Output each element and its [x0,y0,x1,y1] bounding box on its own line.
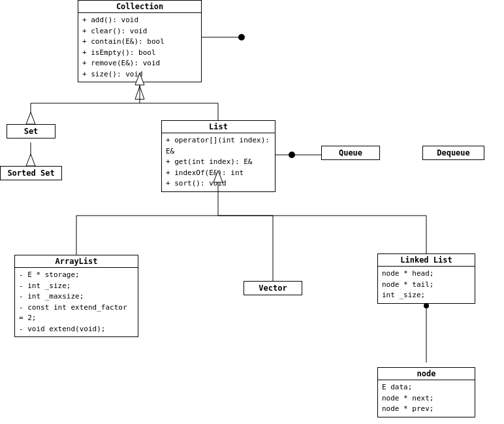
vector-title: Vector [259,284,287,293]
linked-list-box: Linked List node * head; node * tail; in… [377,253,475,304]
arraylist-title: ArrayList [15,255,138,268]
sorted-set-title: Sorted Set [7,169,54,178]
svg-marker-12 [26,154,35,166]
sorted-set-box: Sorted Set [0,166,62,180]
set-title: Set [24,127,39,136]
list-body: + operator[](int index): E& + get(int in… [162,133,275,191]
svg-marker-3 [135,86,144,99]
dequeue-title: Dequeue [437,148,470,157]
list-box: List + operator[](int index): E& + get(i… [161,120,276,192]
queue-box: Queue [321,146,380,160]
collection-title: Collection [78,1,201,13]
arraylist-box: ArrayList - E * storage; - int _size; - … [14,255,138,337]
arrows-svg [0,0,504,424]
node-body: E data; node * next; node * prev; [378,380,475,417]
svg-point-24 [289,152,295,158]
node-title: node [378,368,475,380]
set-box: Set [7,124,55,139]
svg-point-23 [238,34,245,41]
uml-diagram: Collection + add(): void + clear(): void… [0,0,504,424]
arraylist-body: - E * storage; - int _size; - int _maxsi… [15,268,138,336]
collection-body: + add(): void + clear(): void + contain(… [78,13,201,82]
svg-marker-10 [26,112,35,124]
collection-box: Collection + add(): void + clear(): void… [78,0,202,82]
node-box: node E data; node * next; node * prev; [377,367,475,417]
dequeue-box: Dequeue [422,146,484,160]
vector-box: Vector [244,281,302,295]
linked-list-title: Linked List [378,254,475,267]
queue-title: Queue [339,148,362,157]
list-title: List [162,121,275,133]
svg-point-22 [424,303,429,308]
linked-list-body: node * head; node * tail; int _size; [378,267,475,303]
